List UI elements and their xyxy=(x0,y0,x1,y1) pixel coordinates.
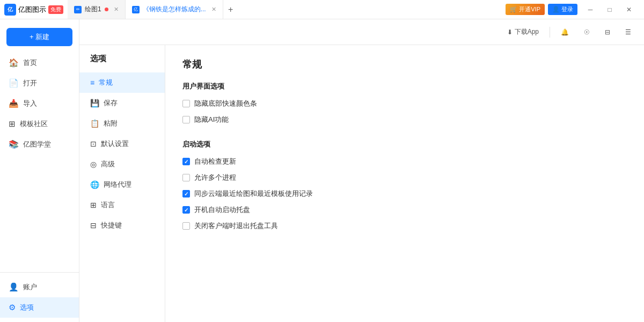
opt-proxy[interactable]: 🌐 网络代理 xyxy=(79,174,165,195)
template-icon: ⊞ xyxy=(9,119,16,129)
sidebar-label-home: 首页 xyxy=(23,58,37,68)
ui-section-title: 用户界面选项 xyxy=(182,82,627,91)
sidebar-item-home[interactable]: 🏠 首页 xyxy=(0,53,79,73)
sidebar-item-account[interactable]: 👤 账户 xyxy=(0,277,79,297)
window-controls: ─ □ ✕ xyxy=(581,0,639,19)
tab-icon-drawing1: ✏ xyxy=(74,6,82,13)
opt-default-label: 默认设置 xyxy=(101,139,129,149)
vip-icon: 🛒 xyxy=(510,6,517,13)
tab-icon-document: 亿 xyxy=(132,6,140,13)
logo-icon: 亿 xyxy=(4,4,16,16)
checkbox-hide-ai[interactable]: 隐藏AI功能 xyxy=(182,115,627,125)
opt-language[interactable]: ⊞ 语言 xyxy=(79,195,165,215)
checkbox-hide-toolbar-box[interactable] xyxy=(182,100,190,107)
close-button[interactable]: ✕ xyxy=(619,0,639,19)
sidebar-item-template[interactable]: ⊞ 模板社区 xyxy=(0,114,79,134)
options-area: 选项 ≡ 常规 💾 保存 📋 粘附 ⊡ 默认设置 ◎ xyxy=(79,45,644,322)
checkbox-hide-toolbar[interactable]: 隐藏底部快速颜色条 xyxy=(182,99,627,108)
sidebar-label-open: 打开 xyxy=(23,78,37,88)
titlebar: 亿 亿图图示 免费 ✏ 绘图1 ✕ 亿 《钢铁是怎样炼成的... ✕ + 🛒 开… xyxy=(0,0,644,19)
vip-label: 开通VIP xyxy=(519,5,540,13)
opt-default[interactable]: ⊡ 默认设置 xyxy=(79,134,165,154)
free-badge: 免费 xyxy=(48,5,63,14)
language-icon: ⊞ xyxy=(90,201,97,209)
checkbox-close-exit-tray-label: 关闭客户端时退出托盘工具 xyxy=(194,221,278,231)
left-sidebar: + 新建 🏠 首页 📄 打开 📥 导入 ⊞ 模板社区 📚 亿图学堂 xyxy=(0,19,79,322)
content-area: ⬇ 下载App 🔔 ☉ ⊟ ☰ 选项 ≡ xyxy=(79,19,644,322)
import-icon: 📥 xyxy=(9,99,19,108)
help-button[interactable]: ☉ xyxy=(580,26,594,38)
opt-advanced-label: 高级 xyxy=(101,159,115,169)
opt-paste-label: 粘附 xyxy=(104,119,118,128)
checkbox-close-exit-tray[interactable]: 关闭客户端时退出托盘工具 xyxy=(182,221,627,231)
notification-button[interactable]: 🔔 xyxy=(557,26,573,38)
save-icon: 💾 xyxy=(90,99,99,107)
checkbox-auto-update-box[interactable] xyxy=(182,158,190,165)
opt-general[interactable]: ≡ 常规 xyxy=(79,72,165,93)
sidebar-item-options[interactable]: ⚙ 选项 xyxy=(0,297,79,318)
app-name: 亿图图示 xyxy=(18,5,46,14)
top-toolbar: ⬇ 下载App 🔔 ☉ ⊟ ☰ xyxy=(79,19,644,45)
opt-general-label: 常规 xyxy=(99,78,113,87)
sidebar-label-template: 模板社区 xyxy=(20,119,48,129)
titlebar-right: 🛒 开通VIP 👤 登录 ─ □ ✕ xyxy=(500,0,644,19)
shortcut-icon: ⊟ xyxy=(90,221,97,230)
sidebar-nav: 🏠 首页 📄 打开 📥 导入 ⊞ 模板社区 📚 亿图学堂 xyxy=(0,53,79,272)
sidebar-label-import: 导入 xyxy=(23,99,37,108)
advanced-icon: ◎ xyxy=(90,160,97,169)
general-icon: ≡ xyxy=(90,78,94,87)
checkbox-sync-cloud[interactable]: 同步云端最近绘图和最近模板使用记录 xyxy=(182,189,627,199)
login-button[interactable]: 👤 登录 xyxy=(548,4,577,15)
checkbox-auto-update[interactable]: 自动检查更新 xyxy=(182,157,627,166)
app-body: + 新建 🏠 首页 📄 打开 📥 导入 ⊞ 模板社区 📚 亿图学堂 xyxy=(0,19,644,322)
opt-paste[interactable]: 📋 粘附 xyxy=(79,113,165,134)
sidebar-item-import[interactable]: 📥 导入 xyxy=(0,93,79,114)
vip-button[interactable]: 🛒 开通VIP xyxy=(506,4,545,15)
sidebar-item-open[interactable]: 📄 打开 xyxy=(0,73,79,93)
share-button[interactable]: ⊟ xyxy=(601,26,614,38)
login-icon: 👤 xyxy=(552,6,560,13)
opt-shortcut[interactable]: ⊟ 快捷键 xyxy=(79,215,165,236)
menu-icon: ☰ xyxy=(625,28,631,36)
checkbox-multi-process-label: 允许多个进程 xyxy=(194,173,236,182)
minimize-button[interactable]: ─ xyxy=(581,0,600,19)
opt-advanced[interactable]: ◎ 高级 xyxy=(79,154,165,174)
menu-button[interactable]: ☰ xyxy=(621,26,635,38)
maximize-button[interactable]: □ xyxy=(600,0,619,19)
toolbar-separator-1 xyxy=(550,27,550,38)
tab-close-drawing1[interactable]: ✕ xyxy=(114,6,119,13)
login-label: 登录 xyxy=(561,5,573,13)
tab-document[interactable]: 亿 《钢铁是怎样炼成的... ✕ xyxy=(126,0,223,19)
startup-section-title: 启动选项 xyxy=(182,140,627,149)
checkbox-sync-cloud-label: 同步云端最近绘图和最近模板使用记录 xyxy=(194,189,313,199)
checkbox-startup-tray[interactable]: 开机自动启动托盘 xyxy=(182,205,627,215)
checkbox-sync-cloud-box[interactable] xyxy=(182,190,190,197)
options-icon: ⚙ xyxy=(9,303,16,312)
settings-title: 常规 xyxy=(182,58,627,71)
checkbox-close-exit-tray-box[interactable] xyxy=(182,222,190,230)
proxy-icon: 🌐 xyxy=(90,180,99,189)
download-label: 下载App xyxy=(515,27,539,36)
opt-proxy-label: 网络代理 xyxy=(104,180,131,189)
checkbox-hide-ai-box[interactable] xyxy=(182,116,190,123)
opt-save[interactable]: 💾 保存 xyxy=(79,93,165,113)
tab-add-button[interactable]: + xyxy=(223,0,238,19)
checkbox-multi-process-box[interactable] xyxy=(182,174,190,181)
sidebar-item-learn[interactable]: 📚 亿图学堂 xyxy=(0,134,79,155)
download-app-button[interactable]: ⬇ 下载App xyxy=(503,25,543,39)
checkbox-startup-tray-box[interactable] xyxy=(182,206,190,214)
download-icon: ⬇ xyxy=(507,28,513,36)
open-icon: 📄 xyxy=(9,78,19,88)
tab-drawing1[interactable]: ✏ 绘图1 ✕ xyxy=(68,0,126,19)
app-logo: 亿 亿图图示 免费 xyxy=(0,4,68,16)
sidebar-label-learn: 亿图学堂 xyxy=(23,140,51,149)
tab-close-document[interactable]: ✕ xyxy=(211,6,216,13)
tab-bar: ✏ 绘图1 ✕ 亿 《钢铁是怎样炼成的... ✕ + xyxy=(68,0,500,19)
home-icon: 🏠 xyxy=(9,58,19,68)
options-sidebar: 选项 ≡ 常规 💾 保存 📋 粘附 ⊡ 默认设置 ◎ xyxy=(79,45,165,322)
checkbox-multi-process[interactable]: 允许多个进程 xyxy=(182,173,627,182)
opt-save-label: 保存 xyxy=(104,98,118,108)
new-button[interactable]: + 新建 xyxy=(6,28,72,46)
paste-icon: 📋 xyxy=(90,119,99,128)
help-icon: ☉ xyxy=(584,28,590,36)
